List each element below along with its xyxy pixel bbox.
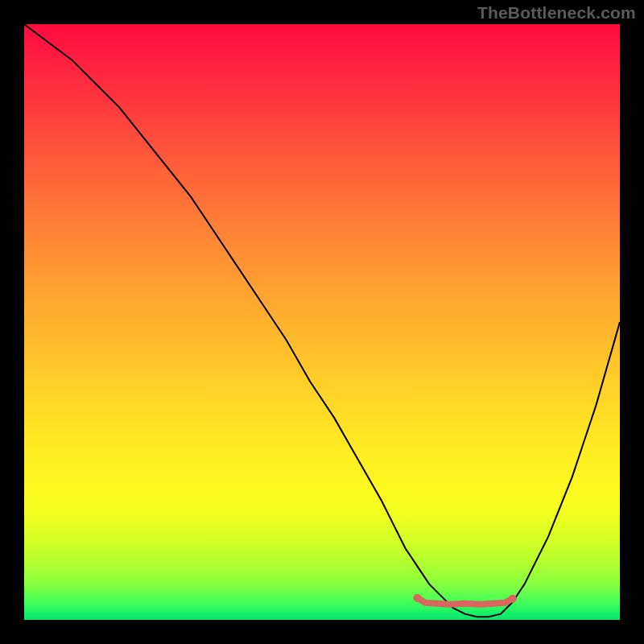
bottleneck-curve bbox=[24, 24, 620, 617]
optimal-range-dot-end bbox=[509, 595, 517, 603]
curve-svg bbox=[24, 24, 620, 620]
optimal-range-dot-start bbox=[413, 594, 421, 602]
chart-container: TheBottleneck.com bbox=[0, 0, 644, 644]
optimal-range-highlight bbox=[417, 598, 512, 605]
watermark-text: TheBottleneck.com bbox=[477, 3, 636, 23]
plot-area bbox=[24, 24, 620, 620]
